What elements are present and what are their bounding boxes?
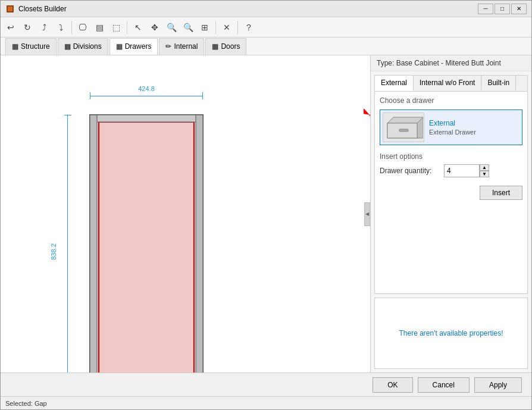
toolbar-sep-4 xyxy=(237,21,238,34)
window-title: Closets Builder xyxy=(18,5,478,13)
quantity-input[interactable] xyxy=(444,164,480,177)
bottom-bar: OK Cancel Apply xyxy=(1,373,531,396)
cancel-action-button[interactable]: ✕ xyxy=(219,20,234,35)
tab-divisions[interactable]: ▦ Divisions xyxy=(58,38,108,55)
left-arrow-svg xyxy=(364,109,371,133)
move-button[interactable]: ✥ xyxy=(147,20,162,35)
drawer-option-external[interactable]: External External Drawer xyxy=(380,109,522,145)
toolbar-sep-3 xyxy=(215,21,216,34)
toolbar-sep-2 xyxy=(127,21,127,34)
zoom-fit-button[interactable]: ⊞ xyxy=(197,20,212,35)
spinner-up[interactable]: ▲ xyxy=(480,164,489,171)
drawer-panel-body: Choose a drawer xyxy=(375,92,527,293)
svg-rect-7 xyxy=(90,115,97,373)
drawer-tab-external[interactable]: External xyxy=(375,76,414,91)
close-button[interactable]: ✕ xyxy=(511,4,527,14)
properties-message: There aren't available properties! xyxy=(399,329,503,337)
zoom-out-button[interactable]: 🔍 xyxy=(180,20,196,35)
status-text: Selected: Gap xyxy=(5,400,47,407)
svg-rect-8 xyxy=(196,115,203,373)
divisions-icon: ▦ xyxy=(64,42,71,51)
quantity-spinner: ▲ ▼ xyxy=(444,164,489,177)
toolbar: ↩ ↻ ⤴ ⤵ 🖵 ▤ ⬚ ↖ ✥ 🔍 🔍 ⊞ ✕ ? xyxy=(1,17,531,37)
drawer-name: External xyxy=(429,119,476,127)
doors-icon: ▦ xyxy=(212,42,218,51)
maximize-button[interactable]: □ xyxy=(495,4,510,14)
width-label: 424.8 xyxy=(138,85,155,92)
spinner-buttons: ▲ ▼ xyxy=(480,164,489,177)
back-button[interactable]: ⤴ xyxy=(36,20,52,35)
insert-btn-container: Insert xyxy=(380,186,522,200)
svg-rect-6 xyxy=(90,115,203,122)
width-dimension: 424.8 xyxy=(90,85,203,99)
ok-button[interactable]: OK xyxy=(373,377,412,393)
tab-internal[interactable]: ✏ Internal xyxy=(159,38,204,55)
zoom-in-button[interactable]: 🔍 xyxy=(164,20,179,35)
drawer-subtitle: External Drawer xyxy=(429,129,476,136)
tab-drawers[interactable]: ▦ Drawers xyxy=(109,38,158,55)
insert-options-title: Insert options xyxy=(380,152,522,161)
tab-structure[interactable]: ▦ Structure xyxy=(5,38,57,55)
cancel-button[interactable]: Cancel xyxy=(418,377,470,393)
status-bar: Selected: Gap xyxy=(1,396,531,409)
properties-section: There aren't available properties! xyxy=(374,298,528,369)
height-label: 838.2 xyxy=(50,243,57,260)
nav-tabs: ▦ Structure ▦ Divisions ▦ Drawers ✏ Inte… xyxy=(1,37,531,55)
title-bar: Closets Builder ─ □ ✕ xyxy=(1,1,531,17)
svg-rect-4 xyxy=(99,122,194,373)
panel-collapse-handle[interactable]: ◀ xyxy=(364,202,370,226)
drawer-thumb-svg xyxy=(384,114,423,141)
grid-button[interactable]: ▤ xyxy=(92,20,107,35)
panel-header-text: Type: Base Cabinet - Mitered Butt Joint xyxy=(377,59,501,67)
quantity-label: Drawer quantity: xyxy=(380,167,439,175)
drawers-icon: ▦ xyxy=(116,42,123,51)
select-button[interactable]: ↖ xyxy=(130,20,146,35)
right-panel: Type: Base Cabinet - Mitered Butt Joint … xyxy=(371,55,531,373)
svg-line-10 xyxy=(370,115,371,130)
svg-rect-15 xyxy=(399,129,408,132)
canvas-area[interactable]: ◀ xyxy=(1,55,371,373)
svg-rect-1 xyxy=(8,7,12,11)
help-button[interactable]: ? xyxy=(241,20,256,35)
cabinet-drawing: 424.8 838.2 xyxy=(78,109,215,373)
main-content: ◀ xyxy=(1,55,531,373)
spinner-down[interactable]: ▼ xyxy=(480,171,489,177)
apply-button[interactable]: Apply xyxy=(474,377,522,393)
minimize-button[interactable]: ─ xyxy=(478,4,493,14)
drawer-tabs: External Internal w/o Front Built-in xyxy=(375,76,527,92)
main-window: Closets Builder ─ □ ✕ ↩ ↻ ⤴ ⤵ 🖵 ▤ ⬚ ↖ ✥ … xyxy=(0,0,532,410)
drawer-thumbnail xyxy=(383,112,424,142)
app-icon xyxy=(5,4,15,14)
forward-button[interactable]: ⤵ xyxy=(53,20,68,35)
undo-button[interactable]: ↩ xyxy=(3,20,18,35)
view-button[interactable]: 🖵 xyxy=(75,20,90,35)
drawer-panel: External Internal w/o Front Built-in Cho… xyxy=(374,75,528,294)
drawer-tab-built-in[interactable]: Built-in xyxy=(481,76,516,91)
structure-icon: ▦ xyxy=(12,42,18,51)
insert-button[interactable]: Insert xyxy=(480,186,522,200)
grid2-button[interactable]: ⬚ xyxy=(108,20,124,35)
cabinet-svg xyxy=(78,109,215,373)
toolbar-sep-1 xyxy=(71,21,72,34)
internal-icon: ✏ xyxy=(165,42,171,51)
panel-header: Type: Base Cabinet - Mitered Butt Joint xyxy=(371,55,531,71)
drawer-tab-internal-wo-front[interactable]: Internal w/o Front xyxy=(414,76,481,91)
arrow-left xyxy=(364,109,371,134)
insert-options: Insert options Drawer quantity: ▲ ▼ xyxy=(380,152,522,181)
tab-doors[interactable]: ▦ Doors xyxy=(205,38,246,55)
quantity-row: Drawer quantity: ▲ ▼ xyxy=(380,164,522,177)
choose-drawer-label: Choose a drawer xyxy=(380,96,522,105)
drawer-info: External External Drawer xyxy=(429,119,476,136)
redo-button[interactable]: ↻ xyxy=(20,20,35,35)
height-dimension: 838.2 xyxy=(45,115,71,373)
window-controls: ─ □ ✕ xyxy=(478,4,527,14)
